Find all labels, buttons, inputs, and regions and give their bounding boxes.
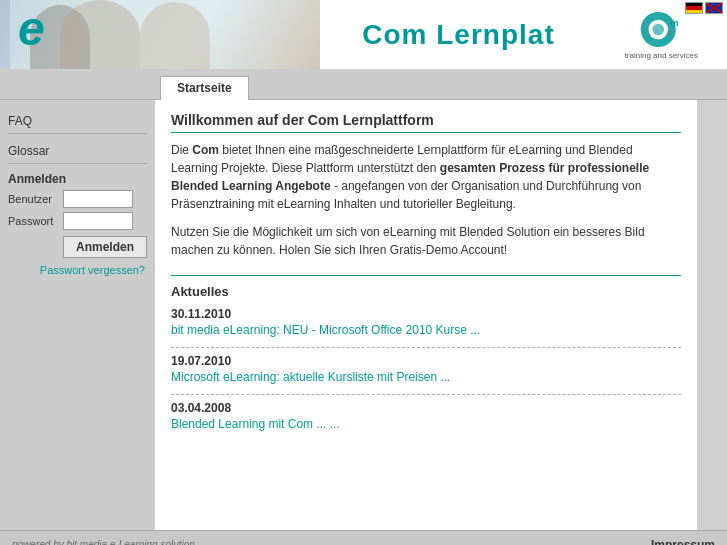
sidebar-link-faq[interactable]: FAQ — [8, 112, 147, 130]
news-divider — [171, 394, 681, 395]
footer: powered by bit media e-Learning solution… — [0, 530, 727, 545]
brand-logo: m o training and services — [618, 10, 698, 60]
impressum-link[interactable]: Impressum — [651, 538, 715, 546]
welcome-bold-com: Com — [192, 143, 219, 157]
password-row: Passwort — [8, 212, 147, 230]
login-section-title: Anmelden — [8, 172, 147, 186]
forgot-password-link[interactable]: Passwort vergessen? — [8, 264, 147, 276]
footer-powered-text: powered by bit media e-Learning solution — [12, 539, 195, 545]
tab-startseite[interactable]: Startseite — [160, 76, 249, 100]
e-logo: e — [18, 2, 45, 55]
logo-tagline: training and services — [625, 51, 698, 60]
content-title: Willkommen auf der Com Lernplattform — [171, 112, 681, 133]
login-button[interactable]: Anmelden — [63, 236, 147, 258]
username-label: Benutzer — [8, 193, 63, 205]
sidebar: FAQ Glossar Anmelden Benutzer Passwort A… — [0, 100, 155, 530]
welcome-paragraph-1: Die Com bietet Ihnen eine maßgeschneider… — [171, 141, 681, 213]
news-item: 30.11.2010bit media eLearning: NEU - Mic… — [171, 307, 681, 337]
header-banner: e — [0, 0, 320, 69]
svg-text:o: o — [668, 29, 672, 36]
news-link[interactable]: bit media eLearning: NEU - Microsoft Off… — [171, 323, 480, 337]
navigation: Startseite — [0, 70, 727, 100]
news-link[interactable]: Microsoft eLearning: aktuelle Kursliste … — [171, 370, 450, 384]
right-panel — [697, 100, 727, 530]
password-label: Passwort — [8, 215, 63, 227]
news-date: 19.07.2010 — [171, 354, 681, 368]
news-date: 03.04.2008 — [171, 401, 681, 415]
header: e Com Lernplat m o training and services — [0, 0, 727, 70]
svg-point-2 — [652, 23, 664, 35]
sidebar-divider-2 — [8, 163, 147, 164]
svg-text:m: m — [670, 16, 679, 27]
news-date: 30.11.2010 — [171, 307, 681, 321]
news-link[interactable]: Blended Learning mit Com ... ... — [171, 417, 340, 431]
sidebar-link-glossar[interactable]: Glossar — [8, 142, 147, 160]
site-title: Com Lernplat — [362, 19, 554, 51]
news-item: 19.07.2010Microsoft eLearning: aktuelle … — [171, 354, 681, 384]
sidebar-divider-1 — [8, 133, 147, 134]
news-item: 03.04.2008Blended Learning mit Com ... .… — [171, 401, 681, 431]
main-area: FAQ Glossar Anmelden Benutzer Passwort A… — [0, 100, 727, 530]
news-divider — [171, 347, 681, 348]
header-center: Com Lernplat — [320, 0, 597, 69]
flag-gb-icon[interactable] — [705, 2, 723, 14]
welcome-text-before: Die — [171, 143, 192, 157]
username-input[interactable] — [63, 190, 133, 208]
news-section-title: Aktuelles — [171, 275, 681, 299]
username-row: Benutzer — [8, 190, 147, 208]
password-input[interactable] — [63, 212, 133, 230]
welcome-paragraph-2: Nutzen Sie die Möglichkeit um sich von e… — [171, 223, 681, 259]
news-list: 30.11.2010bit media eLearning: NEU - Mic… — [171, 307, 681, 431]
main-content: Willkommen auf der Com Lernplattform Die… — [155, 100, 697, 530]
